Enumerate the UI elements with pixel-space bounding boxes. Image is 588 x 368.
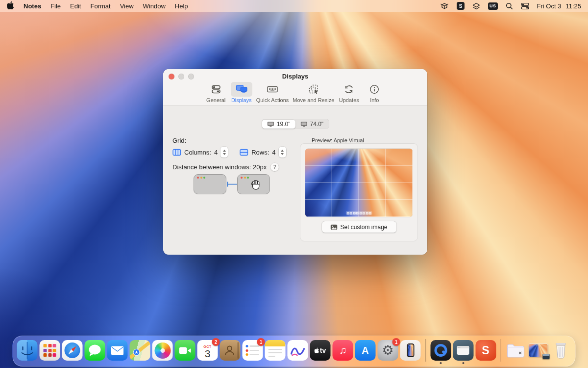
- maps-road: [130, 340, 150, 359]
- grid-controls: Columns: 4 Rows: 4: [172, 147, 286, 158]
- settings-window: Displays General Displays Quick Actions: [163, 69, 427, 255]
- envelope-icon: [111, 346, 124, 355]
- menu-help[interactable]: Help: [175, 2, 188, 10]
- columns-stepper[interactable]: [220, 147, 228, 158]
- stepper-up-icon: [223, 150, 226, 152]
- image-file-thumbnail: [529, 344, 548, 357]
- dock-appletv[interactable]: tv: [310, 340, 331, 361]
- menu-file[interactable]: File: [50, 2, 61, 10]
- dock-notes[interactable]: [265, 340, 286, 361]
- control-center-icon[interactable]: [521, 2, 529, 10]
- dock-launchpad[interactable]: [40, 340, 60, 361]
- dock-system-settings[interactable]: 1 ⚙: [378, 340, 398, 361]
- dock-freeform[interactable]: [288, 340, 308, 361]
- set-custom-image-button[interactable]: Set custom image: [322, 221, 396, 233]
- tab-move-and-resize[interactable]: Move and Resize: [293, 82, 334, 103]
- appstore-a-icon: A: [362, 345, 368, 356]
- dock-safari[interactable]: [62, 340, 83, 361]
- preview-grid-overlay: [305, 149, 413, 217]
- illustration-window-left: [194, 174, 226, 194]
- dock-image-file[interactable]: [528, 340, 549, 361]
- notification-badge: 2: [212, 338, 220, 346]
- freeform-squiggle-icon: [290, 343, 306, 358]
- tab-updates[interactable]: Updates: [338, 82, 360, 103]
- trash-icon: [552, 341, 570, 360]
- tab-label: Quick Actions: [256, 97, 289, 103]
- dock-window-manager-app[interactable]: [453, 340, 473, 361]
- display-preview: [305, 149, 413, 217]
- menu-edit[interactable]: Edit: [70, 2, 81, 10]
- displays-icon: [231, 82, 252, 97]
- keyboard-icon: [262, 82, 283, 97]
- music-note-icon: ♫: [339, 344, 347, 356]
- tab-displays[interactable]: Displays: [231, 82, 252, 103]
- iphone-icon: [407, 343, 414, 357]
- tab-label: Updates: [339, 97, 359, 103]
- active-app-menu[interactable]: Notes: [24, 2, 41, 10]
- s-app-menubar-icon[interactable]: S: [457, 2, 465, 10]
- person-silhouette-icon: [224, 344, 237, 357]
- tab-label: General: [206, 97, 225, 103]
- dock-quicktime[interactable]: [430, 340, 451, 361]
- dock-s-app[interactable]: S: [475, 340, 496, 361]
- tab-label: Info: [370, 97, 379, 103]
- apple-menu[interactable]: [7, 1, 14, 11]
- quicktime-q-icon: [434, 344, 447, 357]
- help-button[interactable]: ?: [270, 163, 279, 171]
- toolbar: General Displays Quick Actions Move and …: [163, 82, 427, 103]
- dock-trash[interactable]: [551, 340, 571, 361]
- menu-window[interactable]: Window: [143, 2, 166, 10]
- s-app-letter: S: [482, 344, 489, 357]
- menu-view[interactable]: View: [120, 2, 134, 10]
- video-camera-icon: [179, 346, 192, 355]
- dock-iphone-mirroring[interactable]: [400, 340, 421, 361]
- dock-calendar[interactable]: 2 OCT 3: [197, 340, 218, 361]
- tab-general[interactable]: General: [205, 82, 227, 103]
- info-icon: [364, 82, 385, 97]
- rows-label: Rows:: [251, 149, 269, 156]
- stacks-icon[interactable]: [472, 2, 480, 10]
- dock-contacts[interactable]: [220, 340, 241, 361]
- stepper-up-icon: [281, 150, 284, 152]
- spotlight-search-icon[interactable]: [506, 2, 513, 10]
- tv-label: tv: [320, 346, 326, 354]
- dock-finder[interactable]: [17, 340, 38, 361]
- dock-photos[interactable]: [152, 340, 173, 361]
- segment-display-74[interactable]: 74.0": [295, 120, 329, 129]
- speech-bubble-icon: [88, 343, 102, 357]
- refresh-icon: [338, 82, 360, 97]
- window-glyph-icon: [457, 346, 469, 355]
- rows-stepper[interactable]: [279, 147, 286, 158]
- tab-quick-actions[interactable]: Quick Actions: [256, 82, 289, 103]
- dock-appstore[interactable]: A: [355, 340, 376, 361]
- dock-mail[interactable]: [107, 340, 128, 361]
- clock-time: 11:25: [565, 2, 581, 10]
- notification-badge: 1: [392, 338, 400, 346]
- dock-utilities-folder[interactable]: ✕: [506, 340, 526, 361]
- finder-face-icon: [17, 340, 38, 361]
- clock-date: Fri Oct 3: [537, 2, 562, 10]
- menubar-clock[interactable]: Fri Oct 3 11:25: [537, 2, 581, 10]
- distance-label: Distance between windows: 20px: [172, 163, 267, 171]
- menu-format[interactable]: Format: [90, 2, 110, 10]
- sketch-box-icon[interactable]: [440, 2, 449, 10]
- gear-icon: ⚙: [382, 344, 393, 357]
- dock-messages[interactable]: [85, 340, 105, 361]
- dock-maps[interactable]: [130, 340, 150, 361]
- grid-section-label: Grid:: [172, 137, 186, 144]
- preview-mini-dock: [345, 211, 372, 215]
- dock: 2 OCT 3 1 tv ♫: [13, 336, 576, 367]
- tab-info[interactable]: Info: [364, 82, 385, 103]
- dock-reminders[interactable]: 1: [243, 340, 263, 361]
- window-title: Displays: [163, 73, 427, 80]
- notes-yellow-band: [265, 340, 286, 346]
- launchpad-grid-icon: [44, 344, 56, 357]
- mini-traffic-lights: [241, 177, 249, 179]
- dock-music[interactable]: ♫: [333, 340, 353, 361]
- keyboard-layout-badge[interactable]: US: [488, 2, 498, 10]
- tab-label: Displays: [231, 97, 252, 103]
- move-resize-icon: [303, 82, 324, 97]
- segment-display-19[interactable]: 19.0": [262, 120, 295, 129]
- dock-facetime[interactable]: [175, 340, 196, 361]
- mini-traffic-lights: [197, 177, 205, 179]
